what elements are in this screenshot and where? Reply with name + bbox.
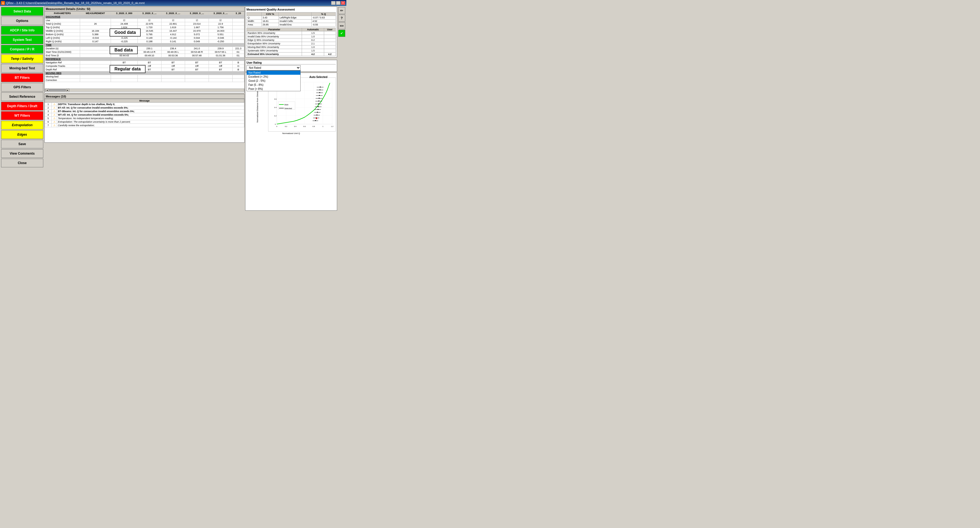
rating-option-fair[interactable]: Fair (5 - 8%): [247, 83, 300, 87]
msg-text: BT-All: Int. Q for consecutive invalid e…: [57, 106, 244, 110]
x-tick-02: 0.2: [285, 125, 287, 127]
messages-col-header: Message: [45, 99, 244, 103]
minimize-button[interactable]: _: [331, 1, 336, 5]
unc-param-header: Parameter: [247, 28, 302, 32]
table-row: Start Time (01/01/2000) 00:40:53 L00:45:…: [45, 50, 244, 54]
table-row: Depth Ref BTBTBTBTBTB: [45, 68, 244, 72]
section-discharge: DISCHARGE: [45, 15, 244, 19]
sidebar-item-system-test[interactable]: System Test: [1, 35, 43, 44]
sidebar-item-wt-filters[interactable]: WT Filters: [1, 111, 43, 120]
unc-user: [324, 32, 336, 35]
section-moving-bed: MOVING BED: [45, 72, 244, 75]
sidebar-item-options[interactable]: Options: [1, 16, 43, 25]
scroll-left-btn[interactable]: ◄: [45, 89, 49, 92]
uncertainty-row: Estimated 95% Uncertainty 4.2 4.2: [247, 53, 336, 56]
rating-option-not-rated[interactable]: Not Rated: [247, 71, 300, 75]
unc-auto: 2.1: [302, 42, 324, 45]
scroll-right-btn[interactable]: ►: [66, 89, 69, 92]
table-row: Left Q (m3/s) -0.016 -0.2250.149-0.1440.…: [45, 36, 244, 40]
sidebar-item-edges[interactable]: Edges: [1, 130, 43, 139]
scatter-points: [312, 87, 323, 121]
x-tick-0: 0: [276, 125, 277, 127]
check-icon-button[interactable]: ✔: [338, 30, 345, 37]
rating-option-poor[interactable]: Poor (> 8%): [247, 87, 300, 91]
sidebar-item-bt-filters[interactable]: BT Filters: [1, 73, 43, 82]
msg-icon: ⚠: [52, 120, 57, 124]
col-header-1: 3_2020_0_000: [111, 12, 138, 15]
sidebar-item-save[interactable]: Save: [1, 140, 43, 148]
left-right-edge-val: -0.07 / 0.63: [312, 16, 336, 19]
table-row: Composite Tracks OffOffOffOffOffO: [45, 64, 244, 68]
svg-rect-34: [319, 93, 320, 93]
uncertainty-row: Edge Q 95% Uncertainty 0.2: [247, 38, 336, 42]
sidebar-item-compass-pr[interactable]: Compass / P / R: [1, 45, 43, 54]
rating-option-excellent[interactable]: Excellent (< 2%): [247, 75, 300, 79]
svg-rect-26: [318, 104, 319, 104]
y-tick-0: 0: [275, 123, 276, 125]
uncertainty-row: Systematic 68% Uncertainty 1.5: [247, 49, 336, 53]
msg-num: 3: [45, 110, 52, 113]
unc-auto: 1.5: [302, 49, 324, 53]
sidebar-item-depth-filters[interactable]: Depth Filters / Draft: [1, 102, 43, 110]
msg-text: Extrapolation: The extrapolation uncerta…: [57, 120, 244, 124]
messages-title: Messages (10): [45, 94, 244, 99]
edit-icon-button[interactable]: ✏: [338, 7, 345, 14]
q-cov: 3.43: [262, 16, 279, 19]
invalid-ens-val: -0.55: [312, 23, 336, 27]
msg-num: 2: [45, 106, 52, 110]
sidebar-item-moving-bed-test[interactable]: Moving-bed Test: [1, 64, 43, 73]
rating-option-good[interactable]: Good (2 - 5%): [247, 79, 300, 83]
sidebar-item-select-data[interactable]: Select Data: [1, 7, 43, 16]
sidebar-item-temp-salinity[interactable]: Temp / Salinity: [1, 54, 43, 63]
rating-dropdown-open: Not Rated Excellent (< 2%) Good (2 - 5%)…: [247, 70, 301, 91]
col-header-4: 3_2020_0_...: [185, 12, 209, 15]
svg-rect-22: [318, 109, 318, 110]
table-row: Use ☑☑☑☑☑: [45, 19, 244, 22]
unc-user: [324, 45, 336, 49]
unc-user-header: User: [324, 28, 336, 32]
measurement-table-scroll[interactable]: PARAMETERS MEASUREMENT 3_2020_0_000 3_20…: [45, 11, 244, 89]
col-header-6: 3_20: [232, 12, 244, 15]
maximize-button[interactable]: □: [336, 1, 340, 5]
sidebar-item-adcp-site-info[interactable]: ADCP / Site Info: [1, 26, 43, 35]
close-window-button[interactable]: ✕: [341, 1, 345, 5]
sidebar-item-select-reference[interactable]: Select Reference: [1, 93, 43, 101]
uncertainty-row: Random 95% Uncertainty 1.5: [247, 32, 336, 35]
help-icon-button[interactable]: ?: [338, 14, 345, 22]
svg-rect-18: [317, 115, 317, 115]
width-label: Width:: [247, 19, 262, 23]
invalid-cells-label: Invalid Cells:: [279, 19, 312, 23]
messages-scroll[interactable]: Message 1 ⚠ DEPTH: Transducer depth is t…: [45, 99, 244, 141]
x-tick-12: 1.2: [331, 125, 333, 127]
msg-icon: ⚠: [52, 124, 57, 127]
table-row: End Time (0 00:44:4300:49:1000:53:3600:5…: [45, 54, 244, 57]
quality-assessment-panel: Measurement Quality Assessment COV % % Q…: [245, 6, 337, 57]
table-row: Moving-bed: [45, 75, 244, 78]
uncertainty-row: Extrapolation 95% Uncertainty 2.1: [247, 42, 336, 45]
sidebar-item-close[interactable]: Close: [1, 159, 43, 167]
msg-num: 7: [45, 124, 52, 127]
unc-user: [324, 38, 336, 42]
svg-rect-38: [320, 87, 321, 88]
horizontal-scrollbar[interactable]: ◄ ►: [45, 89, 244, 92]
y-axis-label: Normalized Distance from Streambed: [256, 86, 259, 122]
sidebar-item-gps-filters[interactable]: GPS Filters: [1, 83, 43, 91]
rating-dropdown-container: Not RatedExcellent (< 2%)Good (2 - 5%)Fa…: [247, 65, 301, 70]
table-row: Correction: [45, 78, 244, 82]
auto-selected-badge: Auto Selected: [309, 75, 328, 78]
rating-select[interactable]: Not RatedExcellent (< 2%)Good (2 - 5%)Fa…: [247, 65, 301, 70]
unc-auto: 0.2: [302, 38, 324, 42]
user-rating-panel: User Rating Not RatedExcellent (< 2%)Goo…: [245, 60, 337, 72]
right-panel: Measurement Quality Assessment COV % % Q…: [245, 6, 337, 211]
edi-icon-button[interactable]: EDI: [338, 22, 345, 29]
quality-row-width: Width: 16.81 Invalid Cells: 4.52: [247, 19, 336, 23]
sidebar-item-view-comments[interactable]: View Comments: [1, 149, 43, 158]
scroll-thumb[interactable]: [49, 89, 65, 91]
msg-icon: ⚠: [52, 106, 57, 110]
unc-auto: 1.5: [302, 32, 324, 35]
messages-table: Message 1 ⚠ DEPTH: Transducer depth is t…: [45, 99, 244, 127]
x-tick-1: 1: [323, 125, 324, 127]
sidebar-item-extrapolation[interactable]: Extrapolation: [1, 121, 43, 129]
unc-param: Edge Q 95% Uncertainty: [247, 38, 302, 42]
quality-row-area: Area: 29.85 Invalid Ens: -0.55: [247, 23, 336, 27]
